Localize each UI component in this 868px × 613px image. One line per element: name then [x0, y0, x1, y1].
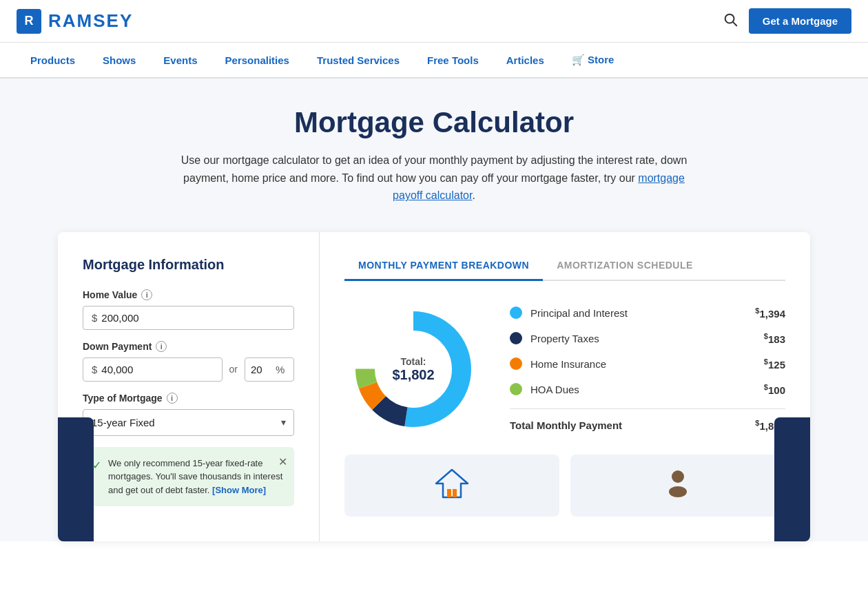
sidebar-decoration-left: [58, 417, 94, 541]
hoa-dot: [510, 383, 522, 395]
donut-total-label: Total:: [392, 355, 434, 366]
calculator-card: Mortgage Information Home Value i $ Down…: [58, 232, 810, 541]
principal-value: $1,394: [755, 306, 785, 320]
type-info-icon[interactable]: i: [167, 393, 178, 404]
show-more-link[interactable]: [Show More]: [212, 485, 266, 495]
svg-point-10: [669, 486, 687, 497]
nav-item-trusted-services[interactable]: Trusted Services: [303, 43, 413, 77]
down-payment-info-icon[interactable]: i: [156, 341, 167, 352]
home-value-prefix: $: [92, 312, 97, 324]
svg-point-9: [672, 470, 684, 483]
down-payment-pct-input[interactable]: [251, 364, 276, 375]
hoa-value: $100: [764, 383, 785, 396]
nav-item-articles[interactable]: Articles: [493, 43, 558, 77]
down-payment-input[interactable]: [101, 364, 213, 375]
get-mortgage-button[interactable]: Get a Mortgage: [749, 8, 851, 34]
close-icon[interactable]: ✕: [278, 454, 287, 470]
nav-item-personalities[interactable]: Personalities: [211, 43, 303, 77]
total-row: Total Monthly Payment $1,802: [510, 419, 785, 432]
home-value-label: Home Value i: [83, 289, 294, 300]
tab-amortization[interactable]: AMORTIZATION SCHEDULE: [543, 251, 707, 281]
main-content: Mortgage Calculator Use our mortgage cal…: [0, 79, 868, 541]
header: R RAMSEY Get a Mortgage: [0, 0, 868, 43]
main-nav: Products Shows Events Personalities Trus…: [0, 43, 868, 79]
breakdown-content: Total: $1,802 Principal and Interest $1,…: [344, 300, 785, 438]
person-icon: [663, 468, 693, 499]
search-icon[interactable]: [723, 12, 738, 30]
legend: Principal and Interest $1,394 Property T…: [510, 306, 785, 432]
home-value-input[interactable]: [101, 312, 285, 324]
house-icon: [435, 468, 469, 499]
logo-icon: R: [17, 9, 41, 34]
home-value-info-icon[interactable]: i: [141, 289, 152, 300]
mortgage-info-title: Mortgage Information: [83, 257, 294, 273]
svg-line-1: [733, 22, 736, 25]
nav-item-store[interactable]: 🛒 Store: [558, 43, 628, 77]
down-payment-prefix: $: [92, 364, 97, 375]
logo-text: RAMSEY: [48, 10, 133, 32]
or-text: or: [229, 364, 238, 375]
svg-marker-6: [436, 470, 468, 497]
mortgage-info-panel: Mortgage Information Home Value i $ Down…: [58, 232, 320, 541]
insurance-value: $125: [764, 357, 785, 371]
legend-item-principal: Principal and Interest $1,394: [510, 306, 785, 320]
down-payment-label: Down Payment i: [83, 341, 294, 352]
donut-center: Total: $1,802: [392, 355, 434, 382]
principal-label: Principal and Interest: [530, 307, 628, 319]
logo-area: R RAMSEY: [17, 9, 133, 34]
home-value-input-wrap: $: [83, 306, 294, 330]
divider: [510, 408, 785, 409]
calculator-description: Use our mortgage calculator to get an id…: [172, 152, 696, 205]
down-payment-input-wrap: $: [83, 357, 223, 382]
insurance-dot: [510, 357, 522, 370]
bottom-card-house: [344, 455, 559, 517]
type-of-mortgage-label: Type of Mortgage i: [83, 393, 294, 404]
tabs-row: MONTHLY PAYMENT BREAKDOWN AMORTIZATION S…: [344, 251, 785, 281]
down-payment-pct-wrap: %: [245, 357, 294, 382]
header-right: Get a Mortgage: [723, 8, 851, 34]
nav-item-free-tools[interactable]: Free Tools: [413, 43, 493, 77]
page-title: Mortgage Calculator: [17, 106, 851, 139]
taxes-dot: [510, 332, 522, 344]
mortgage-type-select-wrap: 15-year Fixed 30-year Fixed 10-year Fixe…: [83, 409, 294, 436]
sidebar-decoration-right: [774, 417, 810, 541]
principal-dot: [510, 306, 522, 319]
insurance-label: Home Insurance: [530, 358, 606, 370]
taxes-value: $183: [764, 332, 785, 345]
bottom-card-person: [570, 455, 785, 517]
total-label: Total Monthly Payment: [510, 419, 622, 431]
nav-item-events[interactable]: Events: [149, 43, 211, 77]
hoa-label: HOA Dues: [530, 384, 579, 395]
nav-item-shows[interactable]: Shows: [89, 43, 149, 77]
legend-item-hoa: HOA Dues $100: [510, 383, 785, 396]
rec-text: We only recommend 15-year fixed-rate mor…: [108, 457, 285, 497]
pct-suffix: %: [276, 364, 285, 375]
taxes-label: Property Taxes: [530, 333, 599, 344]
donut-total-value: $1,802: [392, 366, 434, 382]
tab-monthly-payment[interactable]: MONTHLY PAYMENT BREAKDOWN: [344, 251, 543, 281]
legend-item-insurance: Home Insurance $125: [510, 357, 785, 371]
nav-item-products[interactable]: Products: [17, 43, 89, 77]
svg-rect-7: [447, 489, 451, 497]
legend-item-taxes: Property Taxes $183: [510, 332, 785, 345]
recommendation-box: ✓ We only recommend 15-year fixed-rate m…: [83, 447, 294, 507]
mortgage-type-select[interactable]: 15-year Fixed 30-year Fixed 10-year Fixe…: [83, 409, 294, 436]
donut-chart: Total: $1,802: [344, 300, 482, 438]
svg-rect-8: [453, 489, 457, 497]
down-payment-row: $ or %: [83, 357, 294, 382]
right-panel: MONTHLY PAYMENT BREAKDOWN AMORTIZATION S…: [320, 232, 810, 541]
